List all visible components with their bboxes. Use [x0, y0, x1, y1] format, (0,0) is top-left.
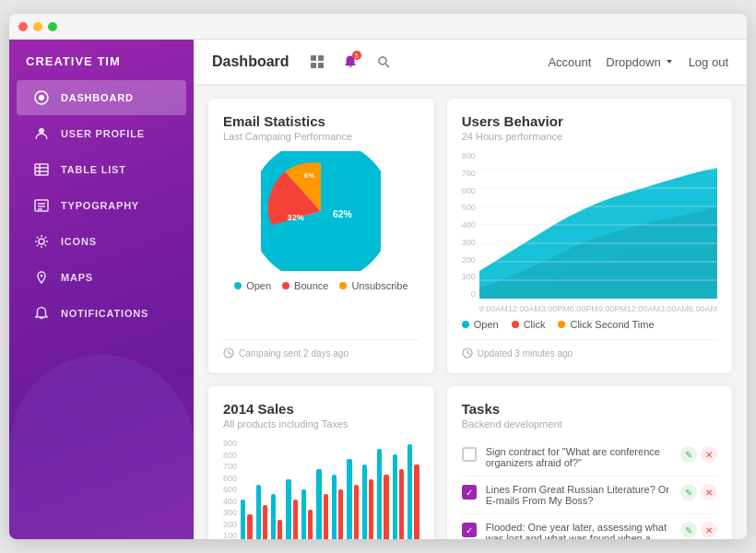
browser-chrome [9, 14, 747, 40]
task-delete-btn-3[interactable]: ✕ [701, 522, 717, 538]
sidebar: CREATIVE TIM DASHBOARD [9, 40, 194, 539]
legend-open-dot [234, 282, 242, 289]
sidebar-item-notifications[interactable]: NOTIFICATIONS [17, 296, 186, 331]
legend-unsubscribe: Unsubscribe [339, 280, 408, 291]
app-container: CREATIVE TIM DASHBOARD [9, 40, 747, 539]
task-text-2: Lines From Great Russian Literature? Or … [486, 484, 671, 506]
topbar-icons: 5 [304, 49, 396, 75]
sidebar-item-typography[interactable]: TYPOGRAPHY [17, 188, 186, 223]
minimize-dot[interactable] [33, 22, 42, 31]
svg-line-17 [45, 245, 47, 247]
area-chart-container: 9:00AM12:00AM3:00PM6:00PM9:00PM12:00AM3:… [479, 151, 717, 313]
svg-rect-3 [35, 164, 48, 175]
sidebar-item-icons[interactable]: ICONS [17, 224, 186, 259]
area-legend: Open Click Click Second Time [462, 319, 717, 330]
bar-cyan-11 [393, 454, 397, 539]
svg-rect-21 [311, 55, 316, 61]
sidebar-item-notifications-label: NOTIFICATIONS [61, 308, 148, 319]
task-check-3[interactable]: ✓ [462, 523, 477, 537]
task-edit-btn-1[interactable]: ✎ [680, 446, 697, 463]
bar-cyan-4 [286, 479, 290, 539]
bar-cyan-3 [271, 494, 276, 539]
legend-unsubscribe-label: Unsubscribe [351, 280, 408, 291]
bar-red-4 [293, 500, 298, 539]
svg-text:62%: 62% [333, 209, 352, 219]
task-text-3: Flooded: One year later, assessing what … [486, 522, 671, 539]
task-delete-btn-1[interactable]: ✕ [701, 446, 717, 463]
task-check-2[interactable]: ✓ [462, 485, 477, 500]
bar-chart-area [241, 439, 419, 539]
bar-red-10 [384, 475, 388, 539]
task-delete-btn-2[interactable]: ✕ [701, 484, 717, 500]
maximize-dot[interactable] [48, 22, 57, 31]
svg-point-25 [379, 57, 386, 65]
grid-icon-btn[interactable] [304, 49, 330, 75]
account-link[interactable]: Account [548, 55, 591, 69]
close-dot[interactable] [18, 22, 28, 31]
bell-icon [33, 305, 50, 322]
search-icon-btn[interactable] [371, 49, 396, 75]
svg-line-43 [467, 353, 470, 355]
task-edit-btn-2[interactable]: ✎ [680, 484, 697, 500]
svg-line-26 [385, 65, 389, 68]
person-icon [33, 125, 50, 142]
bar-red-6 [324, 494, 328, 539]
bar-cyan-12 [408, 444, 412, 539]
svg-point-11 [39, 239, 44, 244]
task-item-1: Sign contract for "What are conference o… [462, 439, 717, 477]
bar-cyan-6 [316, 469, 321, 539]
bar-cyan-2 [256, 485, 261, 539]
bar-red-8 [354, 485, 359, 539]
area-legend-open: Open [462, 319, 499, 330]
bar-red-7 [338, 489, 343, 539]
sales-2014-card: 2014 Sales All products including Taxes … [208, 386, 434, 539]
bar-y-axis: 900800700600500400300200100 [223, 439, 241, 539]
area-legend-click-dot [512, 321, 519, 328]
legend-bounce-dot [282, 282, 289, 289]
sidebar-logo: CREATIVE TIM [9, 40, 194, 79]
bar-group-8 [347, 459, 358, 539]
bar-red-5 [308, 510, 313, 539]
task-check-1[interactable] [462, 447, 477, 462]
bar-red-12 [414, 465, 419, 539]
table-icon [33, 161, 50, 178]
bar-group-6 [316, 469, 327, 539]
sales-subtitle: All products including Taxes [223, 418, 419, 429]
bar-group-2 [256, 485, 267, 539]
sidebar-item-user-profile[interactable]: USER PROFILE [17, 116, 186, 151]
tasks-subtitle: Backend development [462, 418, 717, 429]
pie-chart: 62% 32% 6% [261, 151, 381, 271]
sidebar-item-dashboard[interactable]: DASHBOARD [17, 80, 186, 115]
email-stats-footer-text: Campaing sent 2 days ago [239, 348, 348, 359]
task-text-1: Sign contract for "What are conference o… [486, 446, 671, 468]
svg-point-2 [39, 128, 44, 134]
sidebar-item-table-list[interactable]: TABLE LIST [17, 152, 186, 187]
logout-link[interactable]: Log out [689, 55, 728, 69]
map-icon [33, 269, 50, 286]
bar-cyan-1 [241, 500, 245, 539]
bar-group-1 [241, 500, 252, 539]
dropdown-label: Dropdown [606, 55, 660, 69]
notification-icon-btn[interactable]: 5 [337, 49, 363, 75]
sidebar-item-user-profile-label: USER PROFILE [61, 128, 145, 139]
area-legend-click: Click [512, 319, 546, 330]
bar-red-9 [369, 479, 373, 539]
legend-open-label: Open [246, 280, 271, 291]
topbar: Dashboard 5 Account Dro [194, 40, 747, 84]
sidebar-item-maps-label: MAPS [61, 272, 93, 283]
svg-line-33 [229, 353, 231, 355]
area-y-axis: 8007006005004003002001000 [462, 151, 479, 299]
bar-group-9 [362, 465, 373, 539]
bar-group-5 [301, 489, 313, 539]
email-stats-title: Email Statistics [223, 113, 419, 129]
sidebar-item-maps[interactable]: MAPS [17, 260, 186, 295]
pie-legend: Open Bounce Unsubscribe [234, 280, 408, 291]
dropdown-link[interactable]: Dropdown [606, 55, 673, 69]
users-behavior-footer-text: Updated 3 minutes ago [478, 348, 573, 359]
bar-group-4 [286, 479, 297, 539]
svg-rect-22 [318, 55, 324, 61]
task-actions-1: ✎ ✕ [680, 446, 717, 463]
legend-unsubscribe-dot [339, 282, 347, 289]
task-edit-btn-3[interactable]: ✎ [680, 522, 697, 538]
bar-group-11 [393, 454, 404, 539]
